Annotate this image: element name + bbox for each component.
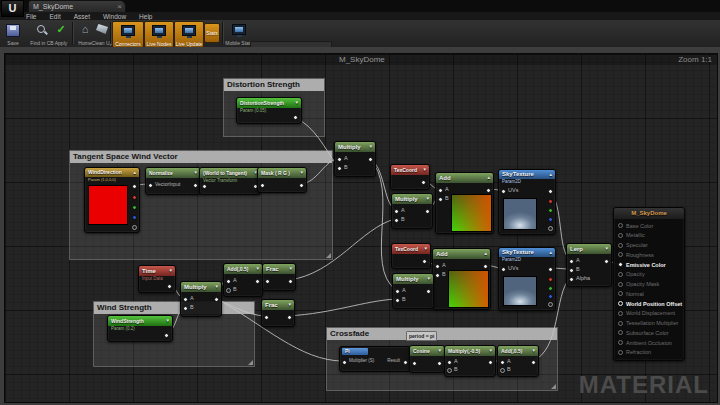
- output-pin[interactable]: [403, 360, 408, 365]
- chevron-down-icon[interactable]: ▼: [489, 346, 493, 356]
- input-pin-b[interactable]: [395, 298, 400, 303]
- pin-emissive-color[interactable]: Emissive Color: [614, 260, 684, 269]
- input-pin-a[interactable]: [395, 289, 400, 294]
- node-multiply-1[interactable]: Multiply▼ A B: [391, 193, 433, 229]
- node-multiply-main[interactable]: Multiply▼ A B: [334, 141, 376, 177]
- output-pin-a[interactable]: [548, 226, 553, 231]
- input-pin-b[interactable]: [183, 306, 188, 311]
- chevron-down-icon[interactable]: ▼: [194, 168, 198, 178]
- output-pin[interactable]: [531, 360, 536, 365]
- input-pin-a[interactable]: [447, 360, 452, 365]
- input-pin-b[interactable]: [569, 268, 574, 273]
- chevron-down-icon[interactable]: ▼: [256, 264, 260, 274]
- output-pin-g[interactable]: [548, 208, 553, 213]
- output-pin[interactable]: [288, 279, 293, 284]
- node-add-1[interactable]: Add▲ A B: [435, 172, 494, 234]
- input-pin-b[interactable]: [337, 166, 342, 171]
- output-pin-r[interactable]: [132, 195, 137, 200]
- node-add-half-2[interactable]: Add(,0.5)▼ A B: [497, 345, 539, 377]
- output-pin[interactable]: [132, 184, 137, 189]
- input-pin-a[interactable]: [226, 279, 231, 284]
- node-add-half-1[interactable]: Add(,0.5)▼ A B: [223, 263, 263, 297]
- output-pin[interactable]: [437, 361, 442, 366]
- output-pin-b[interactable]: [132, 215, 137, 220]
- chevron-down-icon[interactable]: ▼: [605, 244, 609, 254]
- input-pin-b[interactable]: [394, 218, 399, 223]
- node-mask-rg[interactable]: Mask ( R G )▼: [257, 167, 307, 193]
- chevron-down-icon[interactable]: ▼: [369, 142, 373, 152]
- input-pin-a[interactable]: [183, 297, 188, 302]
- chevron-down-icon[interactable]: ▼: [427, 274, 431, 284]
- input-pin-uvs[interactable]: [501, 189, 506, 194]
- pin-base-color[interactable]: Base Color: [614, 221, 684, 230]
- chevron-down-icon[interactable]: ▼: [215, 282, 219, 292]
- input-pin-a[interactable]: [500, 360, 505, 365]
- input-pin-b[interactable]: [435, 273, 440, 278]
- pin-normal[interactable]: Normal: [614, 289, 684, 298]
- chevron-down-icon[interactable]: ▼: [426, 194, 430, 204]
- chevron-down-icon[interactable]: ▼: [169, 266, 173, 276]
- input-pin-uvs[interactable]: [501, 267, 506, 272]
- input-pin-a[interactable]: [394, 209, 399, 214]
- input-pin-b[interactable]: [226, 288, 231, 293]
- output-pin[interactable]: [368, 157, 373, 162]
- input-pin[interactable]: [260, 183, 265, 188]
- pin-refraction[interactable]: Refraction: [614, 348, 684, 357]
- chevron-down-icon[interactable]: ▼: [532, 346, 536, 356]
- live-update-button[interactable]: Live Update: [174, 21, 204, 48]
- output-pin-g[interactable]: [132, 205, 137, 210]
- pin-subsurface-color[interactable]: Subsurface Color: [614, 328, 684, 337]
- output-pin[interactable]: [422, 259, 427, 264]
- node-world-to-tangent[interactable]: (World to Tangent)▼ Vector Transform: [199, 167, 261, 195]
- graph-canvas[interactable]: M_SkyDome Zoom 1:1 Distortion Strength T…: [4, 53, 718, 403]
- node-frac-1[interactable]: Frac▼: [262, 263, 296, 291]
- node-multiply-time[interactable]: Multiply▼ A B: [180, 281, 222, 317]
- pin-tessellation-multiplier[interactable]: Tessellation Multiplier: [614, 319, 684, 328]
- input-pin-alpha[interactable]: [569, 277, 574, 282]
- chevron-up-icon[interactable]: ▲: [133, 168, 137, 177]
- menu-help[interactable]: Help: [139, 13, 152, 20]
- node-wind-strength[interactable]: WindStrength▼ Param (0.2): [107, 315, 173, 342]
- node-lerp[interactable]: Lerp▼ A B Alpha: [566, 243, 612, 287]
- output-pin[interactable]: [486, 188, 491, 193]
- output-pin[interactable]: [604, 259, 609, 264]
- output-pin[interactable]: [488, 360, 493, 365]
- input-pin-a[interactable]: [569, 259, 574, 264]
- pin-opacity[interactable]: Opacity: [614, 270, 684, 279]
- node-multiply-2[interactable]: Multiply▼ A B: [392, 273, 434, 309]
- node-wind-direction[interactable]: WindDirection▲ Param (1,0,0,0): [84, 167, 140, 233]
- node-sky-texture-2[interactable]: SkyTexture▲ Param2D UVs: [498, 247, 556, 311]
- menu-window[interactable]: Window: [103, 13, 126, 20]
- input-pin-b[interactable]: [500, 368, 505, 373]
- chevron-up-icon[interactable]: ▲: [487, 173, 491, 183]
- input-pin-a[interactable]: [337, 157, 342, 162]
- output-pin-g[interactable]: [548, 286, 553, 291]
- chevron-up-icon[interactable]: ▲: [484, 249, 488, 259]
- node-pi[interactable]: Pi Multiplier (S) Result: [339, 346, 411, 372]
- node-frac-2[interactable]: Frac▼: [261, 299, 295, 327]
- menu-asset[interactable]: Asset: [74, 13, 90, 20]
- pin-specular[interactable]: Specular: [614, 241, 684, 250]
- output-pin[interactable]: [255, 279, 260, 284]
- stats-button[interactable]: Stats: [204, 23, 220, 43]
- output-pin-r[interactable]: [548, 199, 553, 204]
- node-cosine[interactable]: Cosine▼: [409, 345, 445, 373]
- pin-world-position-offset[interactable]: World Position Offset: [614, 299, 684, 308]
- input-pin-a[interactable]: [435, 264, 440, 269]
- chevron-down-icon[interactable]: ▼: [166, 316, 170, 326]
- chevron-down-icon[interactable]: ▼: [438, 346, 442, 356]
- chevron-up-icon[interactable]: ▲: [549, 170, 553, 179]
- node-normalize[interactable]: Normalize▼ VectorInput: [145, 167, 201, 195]
- node-texcoord-2[interactable]: TexCoord▼: [391, 243, 431, 269]
- output-pin[interactable]: [164, 333, 169, 338]
- output-pin-a[interactable]: [548, 302, 553, 307]
- pin-ambient-occlusion[interactable]: Ambient Occlusion: [614, 338, 684, 347]
- live-nodes-button[interactable]: Live Nodes: [144, 21, 174, 48]
- node-add-2[interactable]: Add▲ A B: [432, 248, 491, 310]
- output-pin[interactable]: [425, 209, 430, 214]
- output-pin[interactable]: [293, 115, 298, 120]
- connectors-button[interactable]: Connectors: [112, 21, 144, 48]
- output-pin-b[interactable]: [548, 217, 553, 222]
- input-pin[interactable]: [412, 361, 417, 366]
- output-pin-r[interactable]: [548, 277, 553, 282]
